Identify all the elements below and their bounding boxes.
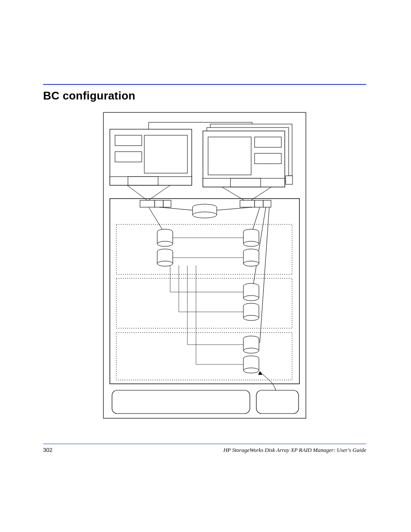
svg-rect-75 <box>116 333 292 380</box>
bc-config-diagram <box>43 110 366 422</box>
svg-rect-5 <box>115 135 142 146</box>
svg-rect-18 <box>286 176 293 184</box>
svg-rect-7 <box>144 135 187 173</box>
svg-rect-29 <box>263 200 271 207</box>
svg-rect-86 <box>112 390 250 414</box>
page-number: 302 <box>43 447 53 454</box>
svg-rect-26 <box>163 200 171 207</box>
svg-point-56 <box>243 241 259 246</box>
svg-point-46 <box>157 241 173 246</box>
top-rule <box>43 84 366 85</box>
svg-rect-27 <box>240 200 255 207</box>
svg-rect-16 <box>255 137 281 147</box>
svg-rect-20 <box>230 178 261 187</box>
section-heading: BC configuration <box>43 89 366 103</box>
svg-rect-28 <box>255 200 263 207</box>
svg-rect-24 <box>140 200 155 207</box>
svg-rect-64 <box>116 278 292 328</box>
svg-line-40 <box>260 207 269 343</box>
svg-line-38 <box>252 207 260 232</box>
svg-point-74 <box>243 315 259 320</box>
svg-point-85 <box>243 368 259 373</box>
svg-point-51 <box>157 261 173 266</box>
bottom-rule <box>43 444 366 444</box>
svg-line-35 <box>159 207 193 210</box>
svg-rect-87 <box>256 390 299 414</box>
svg-point-80 <box>243 348 259 353</box>
svg-rect-25 <box>155 200 163 207</box>
svg-rect-23 <box>110 199 299 384</box>
svg-rect-15 <box>208 137 251 175</box>
svg-line-36 <box>217 207 252 210</box>
svg-point-61 <box>243 261 259 266</box>
svg-point-34 <box>193 212 217 218</box>
svg-line-37 <box>149 207 164 232</box>
svg-rect-9 <box>128 177 158 185</box>
svg-rect-41 <box>116 224 292 274</box>
svg-rect-6 <box>115 152 142 162</box>
svg-rect-17 <box>255 153 281 164</box>
footer-title: HP StorageWorks Disk Array XP RAID Manag… <box>223 447 366 454</box>
svg-point-69 <box>243 296 259 301</box>
svg-line-39 <box>253 207 266 287</box>
